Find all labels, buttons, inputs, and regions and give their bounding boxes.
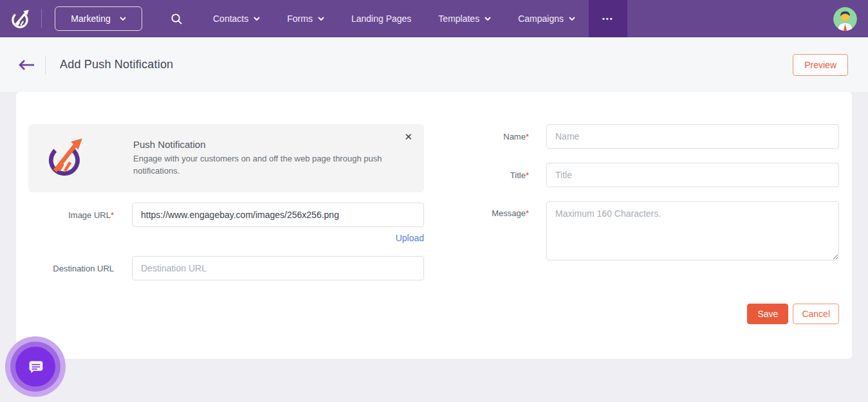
chevron-down-icon [120, 17, 126, 21]
nav-item-label: Templates [438, 14, 479, 24]
back-button[interactable] [18, 59, 35, 71]
chevron-down-icon [254, 17, 260, 21]
engagebay-product-logo-icon [45, 136, 88, 181]
nav-item-label: Contacts [213, 14, 248, 24]
page-header: Add Push Notification Preview [0, 37, 868, 92]
form-actions: Save Cancel [476, 304, 839, 324]
destination-url-label: Destination URL [28, 264, 114, 273]
image-url-label: Image URL* [28, 210, 114, 220]
message-row: Message* [476, 201, 839, 260]
nav-item-campaigns[interactable]: Campaigns [504, 0, 589, 37]
name-row: Name* [476, 124, 839, 149]
message-label-text: Message [492, 208, 526, 218]
title-label-text: Title [510, 170, 526, 180]
name-label: Name* [476, 132, 529, 142]
search-button[interactable] [154, 0, 199, 37]
image-url-input[interactable] [132, 203, 424, 227]
required-asterisk: * [526, 208, 529, 218]
nav-item-label: Forms [287, 14, 313, 24]
upload-link[interactable]: Upload [396, 233, 424, 243]
nav-item-landing-pages[interactable]: Landing Pages [338, 0, 425, 37]
destination-url-input[interactable] [132, 256, 424, 280]
cancel-button[interactable]: Cancel [793, 304, 839, 324]
image-url-row: Image URL* [28, 203, 424, 227]
chat-widget-ring [10, 342, 60, 392]
chevron-down-icon [318, 17, 324, 21]
nav-item-contacts[interactable]: Contacts [199, 0, 273, 37]
chevron-down-icon [569, 17, 575, 21]
nav-divider [41, 9, 42, 28]
engagebay-logo-icon[interactable] [0, 0, 41, 37]
message-label: Message* [476, 208, 529, 218]
upload-row: Upload [28, 233, 424, 243]
nav-item-forms[interactable]: Forms [273, 0, 338, 37]
upload-row-spacer [28, 233, 114, 243]
nav-item-more[interactable]: ••• [589, 0, 627, 37]
top-navbar: Marketing Contacts Forms Landing Pages T… [0, 0, 868, 37]
search-icon [171, 13, 183, 25]
image-url-label-text: Image URL [68, 210, 111, 220]
destination-url-row: Destination URL [28, 256, 424, 280]
required-asterisk: * [526, 132, 529, 142]
info-text-block: Push Notification Engage with your custo… [133, 139, 398, 178]
nav-item-label: Campaigns [518, 14, 564, 24]
save-button[interactable]: Save [747, 304, 788, 324]
page-title: Add Push Notification [60, 58, 173, 71]
message-textarea[interactable] [546, 201, 839, 260]
preview-button[interactable]: Preview [793, 54, 848, 76]
avatar-container [833, 0, 868, 37]
nav-menu: Contacts Forms Landing Pages Templates C… [199, 0, 627, 37]
push-notification-form-card: Push Notification Engage with your custo… [16, 92, 852, 359]
push-notification-info-box: Push Notification Engage with your custo… [28, 124, 424, 192]
nav-spacer [627, 0, 833, 37]
app-switcher-dropdown[interactable]: Marketing [55, 6, 142, 31]
app-switcher-label: Marketing [71, 14, 110, 24]
title-row: Title* [476, 163, 839, 187]
close-icon[interactable]: ✕ [402, 129, 415, 144]
chat-widget-inner [15, 347, 55, 387]
nav-item-templates[interactable]: Templates [425, 0, 504, 37]
form-right-column: Name* Title* Message* Save Cancel [476, 124, 839, 359]
form-left-column: Push Notification Engage with your custo… [28, 124, 424, 359]
user-avatar[interactable] [833, 7, 857, 31]
required-asterisk: * [111, 210, 114, 220]
title-input[interactable] [546, 163, 839, 187]
chat-widget-button[interactable] [5, 336, 66, 397]
more-dots-icon: ••• [602, 15, 614, 23]
title-label: Title* [476, 170, 529, 180]
chat-bubble-icon [26, 357, 45, 376]
nav-item-label: Landing Pages [351, 14, 411, 24]
name-label-text: Name [503, 132, 526, 142]
info-box-description: Engage with your customers on and off th… [133, 153, 398, 178]
header-divider [45, 55, 46, 75]
back-arrow-icon [18, 59, 35, 71]
required-asterisk: * [526, 170, 529, 180]
info-box-title: Push Notification [133, 139, 398, 150]
chevron-down-icon [485, 17, 491, 21]
name-input[interactable] [546, 124, 839, 149]
